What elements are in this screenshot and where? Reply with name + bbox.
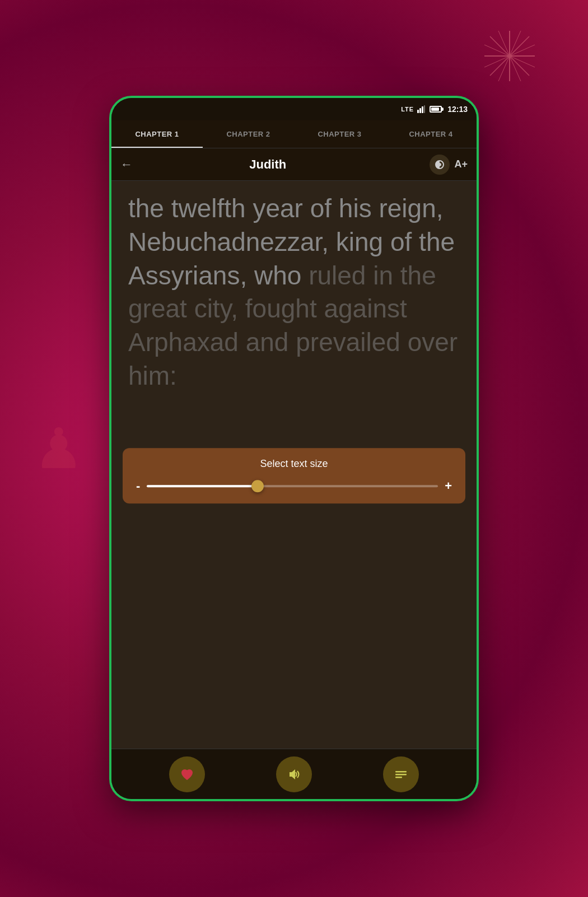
audio-icon <box>286 767 302 782</box>
tab-chapter-1[interactable]: CHAPTER 1 <box>111 120 203 148</box>
svg-line-6 <box>484 45 535 67</box>
book-title: Judith <box>139 157 396 172</box>
clock-display: 12:13 <box>447 105 468 114</box>
slider-fill <box>147 485 258 487</box>
chapter-tabs: CHAPTER 1 CHAPTER 2 CHAPTER 3 CHAPTER 4 <box>111 120 477 148</box>
increase-text-button[interactable]: + <box>445 479 452 493</box>
text-size-title: Select text size <box>136 458 452 470</box>
svg-rect-11 <box>424 105 425 113</box>
tab-chapter-3[interactable]: CHAPTER 3 <box>294 120 385 148</box>
content-area: the twelfth year of his reign, Nebuchadn… <box>111 181 477 749</box>
status-bar: LTE 12:13 <box>111 98 477 120</box>
svg-rect-14 <box>395 771 407 773</box>
menu-button[interactable] <box>383 756 419 792</box>
header-actions: A+ <box>430 155 468 175</box>
favorite-button[interactable] <box>169 756 205 792</box>
text-size-slider[interactable] <box>147 485 438 487</box>
text-size-popup: Select text size - + <box>123 448 465 503</box>
svg-rect-15 <box>395 774 407 775</box>
phone-frame: LTE 12:13 CHAPTER 1 CHAPTER 2 CHAPTER 3 … <box>109 96 479 801</box>
svg-line-7 <box>484 45 535 67</box>
svg-rect-9 <box>419 108 421 113</box>
svg-rect-16 <box>395 777 402 778</box>
battery-icon <box>430 106 442 113</box>
book-text: the twelfth year of his reign, Nebuchadn… <box>128 192 460 393</box>
theme-toggle-button[interactable] <box>430 155 450 175</box>
slider-row: - + <box>136 479 452 493</box>
signal-icon <box>417 105 425 113</box>
brightness-icon <box>433 158 446 171</box>
audio-button[interactable] <box>276 756 312 792</box>
slider-thumb[interactable] <box>251 480 264 492</box>
decrease-text-button[interactable]: - <box>136 479 140 493</box>
tab-chapter-4[interactable]: CHAPTER 4 <box>385 120 477 148</box>
menu-icon <box>393 767 409 782</box>
back-button[interactable]: ← <box>120 157 133 172</box>
svg-rect-10 <box>422 106 423 113</box>
bottom-bar <box>111 749 477 799</box>
lte-indicator: LTE <box>401 106 414 113</box>
svg-rect-8 <box>417 110 419 113</box>
font-size-button[interactable]: A+ <box>454 158 468 170</box>
svg-point-13 <box>438 163 441 166</box>
header-bar: ← Judith A+ <box>111 148 477 181</box>
svg-line-5 <box>498 31 521 81</box>
svg-line-4 <box>498 31 521 81</box>
decorative-star <box>482 28 538 86</box>
svg-line-3 <box>490 36 529 76</box>
svg-line-2 <box>490 36 529 76</box>
heart-icon <box>179 767 195 782</box>
decorative-chess-piece: ♟ <box>34 416 84 482</box>
tab-chapter-2[interactable]: CHAPTER 2 <box>203 120 294 148</box>
